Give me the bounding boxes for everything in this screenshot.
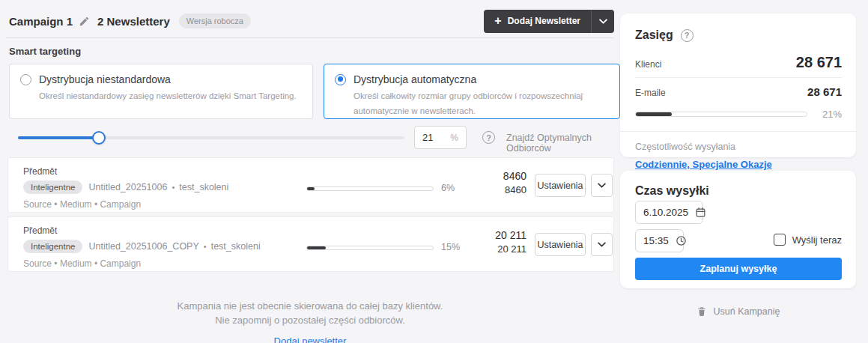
plus-icon: + (494, 14, 501, 28)
campaign-header: Campaign 1 2 Newslettery Wersja robocza … (6, 9, 614, 33)
time-value: 15:35 (643, 235, 669, 246)
recipient-counts: 8460 8460 (458, 170, 526, 195)
reach-header: Zasięg ? (620, 13, 856, 42)
newsletter-row: Předmět Inteligentne Untitled_20251006 •… (7, 157, 614, 213)
reach-progress-row: 21% (635, 109, 842, 120)
settings-button[interactable]: Ustawienia (535, 174, 586, 197)
utm-line: Source • Medium • Campaign (23, 258, 141, 269)
send-time-card: Czas wysyłki 6.10.2025 15:35 Wyślij tera… (620, 171, 856, 288)
count-top: 20 211 (458, 229, 526, 241)
add-newsletter-button[interactable]: + Dodaj Newsletter (484, 10, 592, 33)
option-label: Dystrybucja niestandardowa (39, 73, 171, 85)
option-custom-distribution[interactable]: Dystrybucja niestandardowa Określ niesta… (9, 64, 313, 119)
add-newsletter-label: Dodaj Newsletter (508, 16, 580, 26)
subject-label: Předmět (23, 166, 57, 177)
reach-progress-bar (635, 112, 807, 117)
settings-button[interactable]: Ustawienia (535, 233, 586, 256)
reach-progress-fill (636, 112, 672, 116)
delete-campaign-label: Usuń Kampanię (714, 306, 780, 317)
intelligent-badge: Inteligentne (23, 240, 82, 253)
chevron-down-icon (599, 19, 607, 24)
emails-row: E-maile 28 671 (635, 85, 842, 98)
reach-title: Zasięg (635, 28, 673, 42)
note-line-1: Kampania nie jest obecnie skierowana do … (6, 300, 614, 314)
separator-dot: • (172, 183, 174, 192)
emails-value: 28 671 (807, 85, 842, 98)
card-divider (620, 131, 856, 132)
header-divider (6, 37, 614, 38)
slider-thumb[interactable] (92, 131, 106, 145)
percent-input[interactable]: 21 % (414, 126, 467, 149)
slider-fill (18, 136, 99, 139)
smart-targeting-title: Smart targeting (9, 46, 81, 57)
progress-fill (307, 187, 315, 190)
newsletters-count: 2 Newslettery (97, 15, 170, 28)
recipient-counts: 20 211 20 211 (458, 229, 526, 255)
trash-icon (696, 306, 707, 317)
find-optimal-recipients-link[interactable]: Znajdź Optymalnych Odbiorców (506, 133, 614, 154)
date-input[interactable]: 6.10.2025 (635, 201, 703, 224)
option-description: Określ niestandardowy zasięg newsletteró… (39, 89, 302, 104)
send-time-header: Czas wysyłki (620, 171, 856, 198)
newsletter-progress-bar[interactable] (306, 186, 434, 191)
schedule-send-button[interactable]: Zaplanuj wysyłkę (635, 258, 842, 280)
send-now-checkbox[interactable] (774, 234, 786, 246)
count-bottom: 8460 (458, 184, 526, 195)
clients-value: 28 671 (796, 54, 842, 71)
clients-label: Klienci (635, 59, 661, 70)
reach-progress-label: 21% (807, 109, 842, 120)
newsletter-tag: test_skoleni (179, 182, 228, 192)
reach-slider[interactable] (18, 136, 404, 139)
newsletter-tag: test_skoleni (211, 241, 261, 252)
send-time-title: Czas wysyłki (635, 184, 841, 198)
newsletter-name: Untitled_20251006 (88, 182, 167, 192)
send-now-option[interactable]: Wyślij teraz (774, 234, 842, 246)
chevron-down-icon (598, 183, 606, 188)
note-line-2: Nie zapomnij o pozostałej części odbiorc… (6, 314, 614, 328)
clients-row: Klienci 28 671 (635, 54, 842, 71)
send-now-label: Wyślij teraz (792, 234, 842, 246)
count-top: 8460 (458, 170, 526, 182)
radio-checked-icon[interactable] (335, 74, 346, 85)
header-actions: + Dodaj Newsletter (484, 10, 614, 33)
emails-label: E-maile (635, 88, 666, 98)
subject-label: Předmět (23, 225, 57, 236)
campaign-editor-screen: Campaign 1 2 Newslettery Wersja robocza … (0, 0, 868, 343)
row-dropdown-button[interactable] (591, 174, 613, 197)
newsletter-title-line: Inteligentne Untitled_20251006 • test_sk… (23, 180, 228, 194)
targeting-slider-row: 21 % ? Znajdź Optymalnych Odbiorców (6, 126, 614, 150)
percent-suffix: % (450, 133, 458, 143)
percent-value: 21 (422, 132, 433, 143)
progress-fill (307, 246, 326, 249)
time-input[interactable]: 15:35 (635, 229, 684, 252)
help-icon[interactable]: ? (681, 29, 694, 42)
newsletter-title-line: Inteligentne Untitled_20251006_COPY • te… (23, 240, 261, 253)
radio-unchecked-icon[interactable] (20, 74, 31, 85)
newsletter-row: Předmět Inteligentne Untitled_20251006_C… (7, 216, 614, 272)
newsletter-progress-bar[interactable] (306, 246, 434, 250)
coverage-note: Kampania nie jest obecnie skierowana do … (6, 300, 614, 343)
intelligent-badge: Inteligentne (23, 180, 82, 194)
add-newsletter-dropdown-button[interactable] (592, 10, 614, 33)
chevron-down-icon (598, 242, 606, 247)
reach-card: Zasięg ? Klienci 28 671 E-maile 28 671 2… (620, 13, 856, 157)
clock-icon[interactable] (676, 235, 687, 246)
row-dropdown-button[interactable] (591, 233, 613, 256)
delete-campaign-button[interactable]: Usuń Kampanię (620, 306, 856, 317)
option-description: Określ całkowity rozmiar grupy odbiorców… (353, 89, 609, 118)
frequency-link[interactable]: Codziennie, Specjalne Okazje (635, 159, 772, 170)
add-newsletter-link[interactable]: Dodaj newsletter (274, 336, 347, 343)
count-bottom: 20 211 (458, 243, 526, 255)
calendar-icon[interactable] (695, 207, 706, 218)
campaign-title: Campaign 1 (9, 15, 73, 28)
edit-pencil-icon[interactable] (79, 16, 90, 27)
option-label: Dystrybucja automatyczna (353, 73, 476, 85)
separator-dot: • (204, 242, 207, 251)
help-icon[interactable]: ? (482, 131, 495, 144)
date-value: 6.10.2025 (643, 207, 688, 218)
option-automatic-distribution[interactable]: Dystrybucja automatyczna Określ całkowit… (324, 64, 620, 119)
reach-divider (635, 77, 842, 78)
main-panel: Campaign 1 2 Newslettery Wersja robocza … (6, 0, 614, 343)
newsletter-percent: 6% (441, 183, 455, 193)
status-badge: Wersja robocza (179, 13, 251, 28)
